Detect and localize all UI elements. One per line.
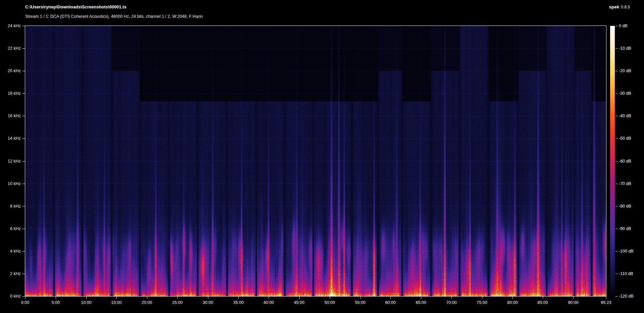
legend-tick — [615, 229, 618, 229]
time-tick-label: 60:00 — [379, 300, 401, 305]
time-end-label: 95:23 — [595, 300, 617, 305]
freq-tick — [22, 138, 25, 139]
spectrogram-canvas — [25, 26, 606, 296]
time-tick — [421, 297, 421, 299]
freq-tick-label: 4 kHz — [0, 249, 21, 254]
freq-tick — [22, 229, 25, 229]
time-tick-label: 45:00 — [288, 300, 310, 305]
freq-tick-label: 10 kHz — [0, 181, 21, 186]
freq-tick — [22, 274, 25, 274]
time-tick-label: 75:00 — [471, 300, 493, 305]
legend-tick — [615, 251, 618, 252]
time-tick — [177, 297, 178, 299]
freq-tick-label: 22 kHz — [0, 46, 21, 51]
freq-tick-label: 24 kHz — [0, 24, 21, 29]
legend-tick — [615, 71, 618, 71]
time-tick-label: 15:00 — [105, 300, 127, 305]
time-tick-label: 65:00 — [410, 300, 432, 305]
legend-tick-label: -90 dB — [619, 226, 631, 231]
freq-tick — [22, 71, 25, 71]
legend-tick-label: -30 dB — [619, 91, 631, 96]
time-tick — [330, 297, 330, 299]
freq-tick — [22, 296, 25, 297]
time-tick-label: 10:00 — [75, 300, 97, 305]
time-tick — [299, 297, 300, 299]
legend-tick — [615, 48, 618, 49]
time-tick — [116, 297, 117, 299]
file-path: C:\Users\rynep\Downloads\Screenshots\000… — [25, 4, 126, 9]
time-tick-label: 40:00 — [258, 300, 280, 305]
time-tick — [208, 297, 208, 299]
legend-tick — [615, 138, 618, 139]
legend-tick-label: -70 dB — [619, 181, 631, 186]
freq-tick — [22, 161, 25, 162]
spek-window: { "header": { "file_path": "C:\\Users\\r… — [0, 0, 644, 313]
stream-info: Stream 1 / 1: DCA (DTS Coherent Acoustic… — [25, 14, 203, 19]
time-tick-label: 30:00 — [197, 300, 219, 305]
time-tick-label: 85:00 — [532, 300, 554, 305]
freq-tick-label: 18 kHz — [0, 91, 21, 96]
spectrogram-plot — [25, 26, 606, 297]
time-tick — [147, 297, 147, 299]
time-tick-label: 20:00 — [136, 300, 158, 305]
legend-tick — [615, 184, 618, 184]
freq-tick-label: 2 kHz — [0, 271, 21, 276]
time-tick — [269, 297, 269, 299]
time-tick-label: 80:00 — [501, 300, 524, 305]
time-tick — [390, 297, 391, 299]
time-tick — [25, 297, 25, 299]
legend-tick — [615, 116, 618, 116]
legend-tick — [615, 26, 618, 26]
freq-tick-label: 0 kHz — [0, 294, 21, 299]
time-tick — [513, 297, 513, 299]
legend-tick-label: -60 dB — [619, 159, 631, 164]
freq-tick — [22, 93, 25, 94]
legend-tick-label: -50 dB — [619, 136, 631, 141]
time-tick-label: 90:00 — [562, 300, 584, 305]
legend-tick-label: -20 dB — [619, 69, 631, 74]
freq-tick-label: 8 kHz — [0, 204, 21, 209]
time-tick — [238, 297, 239, 299]
legend-tick — [615, 206, 618, 207]
freq-tick-label: 16 kHz — [0, 114, 21, 119]
legend-tick — [615, 274, 618, 274]
legend-tick-label: -80 dB — [619, 204, 631, 209]
time-tick — [360, 297, 361, 299]
time-tick — [86, 297, 87, 299]
time-tick — [482, 297, 482, 299]
legend-tick-label: 0 dB — [619, 24, 628, 29]
app-name: spek — [609, 4, 620, 9]
time-tick-label: 25:00 — [166, 300, 189, 305]
time-tick — [56, 297, 56, 299]
legend-tick-label: -10 dB — [619, 46, 631, 51]
legend-tick — [615, 93, 618, 94]
legend-tick-label: -120 dB — [619, 294, 634, 299]
freq-tick-label: 6 kHz — [0, 226, 21, 231]
legend-tick-label: -40 dB — [619, 114, 631, 119]
time-tick-label: 55:00 — [349, 300, 371, 305]
time-tick-label: 5:00 — [45, 300, 67, 305]
freq-tick-label: 20 kHz — [0, 69, 21, 74]
freq-tick-label: 12 kHz — [0, 159, 21, 164]
legend-tick — [615, 296, 618, 297]
freq-tick — [22, 251, 25, 252]
freq-tick — [22, 116, 25, 116]
legend-tick — [615, 161, 618, 162]
time-end-tick — [606, 297, 606, 299]
freq-tick-label: 14 kHz — [0, 136, 21, 141]
freq-tick — [22, 26, 25, 26]
freq-tick — [22, 184, 25, 184]
time-tick — [543, 297, 543, 299]
time-tick — [573, 297, 574, 299]
time-tick-label: 35:00 — [227, 300, 250, 305]
time-tick-label: 70:00 — [440, 300, 463, 305]
time-tick-label: 50:00 — [319, 300, 341, 305]
app-version-number: 0.8.5 — [621, 5, 630, 9]
freq-tick — [22, 48, 25, 49]
time-tick-label: 0:00 — [14, 300, 36, 305]
freq-tick — [22, 206, 25, 207]
legend-tick-label: -100 dB — [619, 249, 634, 254]
app-version-badge: spek0.8.5 — [609, 4, 630, 9]
time-tick — [451, 297, 452, 299]
legend-tick-label: -110 dB — [619, 271, 633, 276]
